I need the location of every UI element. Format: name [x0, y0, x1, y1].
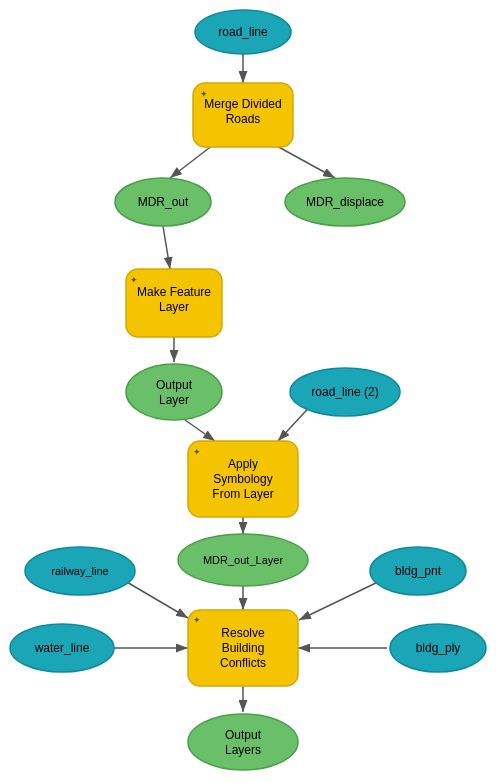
icon-apply-symbology: ✦ [193, 447, 201, 457]
label-resolve-1: Resolve [221, 626, 265, 640]
label-apply-sym-3: From Layer [212, 487, 273, 501]
flowchart: road_line ✦ Merge Divided Roads MDR_out … [0, 0, 503, 783]
label-output-layer-1: Output [156, 378, 193, 392]
label-merge-divided-2: Roads [226, 112, 261, 126]
label-railway-line: railway_line [51, 565, 108, 577]
arrow-merge-to-mdrout [170, 145, 213, 178]
label-road-line: road_line [218, 25, 268, 39]
arrow-bldgpnt-to-resolve [299, 581, 380, 620]
arrow-railway-to-resolve [120, 578, 188, 618]
label-apply-sym-1: Apply [228, 457, 258, 471]
arrow-merge-to-mdrdisplace [275, 145, 335, 178]
label-bldg-pnt: bldg_pnt [395, 564, 442, 578]
node-output-layers[interactable] [188, 714, 298, 770]
label-water-line: water_line [34, 641, 90, 655]
arrow-outputlayer-to-applysym [185, 420, 215, 441]
label-output-layer-2: Layer [159, 393, 189, 407]
label-mdr-out-layer: MDR_out_Layer [203, 554, 283, 566]
arrow-mdrout-to-makefeature [163, 226, 170, 269]
label-make-feature-2: Layer [159, 300, 189, 314]
icon-resolve-building: ✦ [193, 615, 201, 625]
label-output-layers-2: Layers [225, 743, 261, 757]
label-mdr-out: MDR_out [138, 195, 189, 209]
icon-make-feature: ✦ [130, 275, 138, 285]
label-make-feature-1: Make Feature [137, 285, 211, 299]
label-output-layers-1: Output [225, 728, 262, 742]
label-mdr-displace: MDR_displace [306, 195, 384, 209]
label-bldg-ply: bldg_ply [416, 641, 461, 655]
label-resolve-2: Building [222, 641, 265, 655]
label-road-line-2: road_line (2) [311, 385, 378, 399]
node-output-layer[interactable] [126, 364, 222, 420]
label-resolve-3: Conflicts [220, 656, 266, 670]
label-apply-sym-2: Symbology [213, 472, 272, 486]
label-merge-divided-1: Merge Divided [204, 97, 281, 111]
